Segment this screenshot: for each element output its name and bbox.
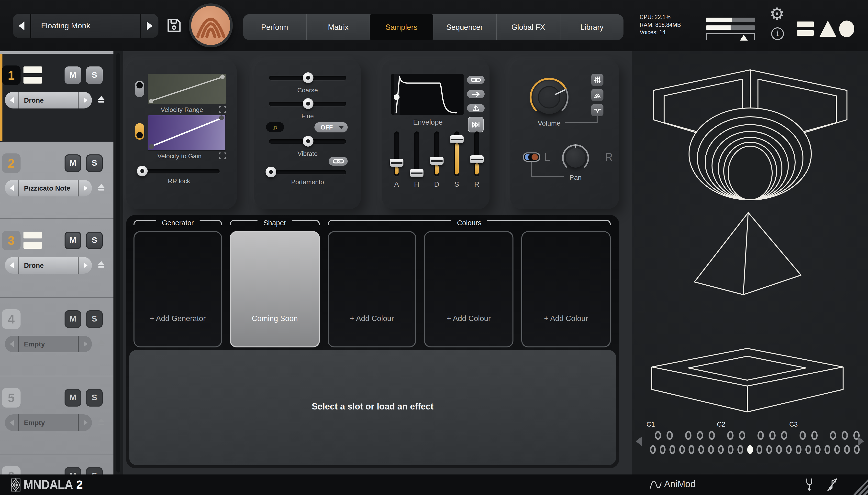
black-key-dot[interactable] bbox=[708, 431, 715, 440]
articulation-selector[interactable]: Drone bbox=[5, 257, 92, 274]
tuning-fork-icon[interactable] bbox=[804, 478, 815, 492]
mute-button[interactable]: M bbox=[65, 467, 81, 475]
articulation-prev[interactable] bbox=[5, 414, 19, 431]
scale-dropdown[interactable]: OFF bbox=[314, 122, 348, 133]
white-key-dot[interactable] bbox=[825, 445, 831, 454]
white-key-dot[interactable] bbox=[834, 445, 840, 454]
black-key-dot[interactable] bbox=[841, 431, 848, 440]
tab-perform[interactable]: Perform bbox=[243, 14, 306, 40]
white-key-dot[interactable] bbox=[737, 445, 743, 454]
tab-library[interactable]: Library bbox=[560, 14, 623, 40]
white-key-dot[interactable] bbox=[844, 445, 850, 454]
white-key-dot[interactable] bbox=[854, 445, 860, 454]
preset-name[interactable]: Floating Monk bbox=[30, 14, 141, 38]
rr-lock-slider[interactable] bbox=[138, 169, 220, 173]
mute-note-icon[interactable] bbox=[827, 478, 838, 492]
tab-matrix[interactable]: Matrix bbox=[306, 14, 370, 40]
expand-icon[interactable] bbox=[219, 152, 226, 159]
slider-handle[interactable] bbox=[390, 159, 403, 167]
slider-handle[interactable] bbox=[430, 157, 444, 165]
black-key-dot[interactable] bbox=[739, 431, 745, 440]
white-key-dot[interactable] bbox=[699, 445, 704, 454]
filter-notch-button[interactable] bbox=[591, 104, 603, 116]
envelope-skip-button[interactable] bbox=[468, 117, 484, 133]
eject-button[interactable] bbox=[97, 417, 106, 426]
articulation-prev[interactable] bbox=[5, 257, 19, 274]
white-key-dot[interactable] bbox=[786, 445, 792, 454]
black-key-dot[interactable] bbox=[781, 431, 787, 440]
articulation-prev[interactable] bbox=[5, 180, 19, 197]
eject-button[interactable] bbox=[97, 339, 106, 347]
white-key-dot[interactable] bbox=[689, 445, 695, 454]
sampler-slot-1[interactable]: 1 M S Drone bbox=[0, 54, 114, 142]
articulation-next[interactable] bbox=[78, 336, 92, 352]
solo-button[interactable]: S bbox=[86, 467, 103, 475]
articulation-next[interactable] bbox=[78, 92, 92, 108]
settings-button[interactable]: ⚙ bbox=[768, 4, 786, 23]
pan-knob[interactable] bbox=[566, 148, 585, 168]
fine-knob[interactable] bbox=[303, 98, 314, 109]
mandala-send-button[interactable] bbox=[591, 89, 603, 101]
solo-button[interactable]: S bbox=[86, 154, 103, 172]
mute-button[interactable]: M bbox=[65, 389, 81, 407]
solo-button[interactable]: S bbox=[86, 232, 103, 249]
rr-lock-knob[interactable] bbox=[137, 166, 148, 176]
keyboard-scroll-right[interactable] bbox=[858, 437, 864, 446]
velocity-range-graph[interactable] bbox=[148, 74, 226, 104]
black-key-dot[interactable] bbox=[666, 431, 673, 440]
white-key-dot[interactable] bbox=[766, 445, 772, 454]
mute-button[interactable]: M bbox=[65, 310, 81, 328]
sampler-slot-6[interactable]: 6 M S bbox=[0, 455, 114, 475]
portamento-slider[interactable] bbox=[269, 170, 346, 174]
white-key-dot[interactable] bbox=[815, 445, 821, 454]
mute-button[interactable]: M bbox=[65, 154, 81, 172]
keyboard-scroll-left[interactable] bbox=[636, 437, 642, 446]
tab-sequencer[interactable]: Sequencer bbox=[433, 14, 496, 40]
mute-button[interactable]: M bbox=[65, 232, 81, 249]
envelope-export-button[interactable] bbox=[467, 104, 485, 113]
vibrato-link-button[interactable] bbox=[329, 157, 348, 166]
slider-handle[interactable] bbox=[410, 169, 423, 177]
white-key-dot[interactable] bbox=[708, 445, 714, 454]
tab-samplers[interactable]: Samplers bbox=[370, 14, 433, 40]
solo-button[interactable]: S bbox=[86, 389, 103, 407]
black-key-dot[interactable] bbox=[799, 431, 806, 440]
black-key-dot[interactable] bbox=[727, 431, 733, 440]
sampler-slot-5[interactable]: 5 M S Empty bbox=[0, 376, 114, 455]
articulation-next[interactable] bbox=[78, 414, 92, 431]
expand-icon[interactable] bbox=[219, 106, 226, 113]
generator-slot[interactable]: + Add Generator bbox=[134, 231, 222, 347]
info-button[interactable]: i bbox=[771, 27, 784, 40]
solo-button[interactable]: S bbox=[86, 310, 103, 328]
preset-prev-button[interactable] bbox=[13, 14, 30, 38]
slider-handle[interactable] bbox=[450, 135, 464, 143]
white-key-dot[interactable] bbox=[757, 445, 763, 454]
preset-next-button[interactable] bbox=[141, 14, 158, 38]
envelope-graph[interactable] bbox=[391, 74, 464, 115]
white-key-dot[interactable] bbox=[796, 445, 801, 454]
white-key-dot[interactable] bbox=[805, 445, 811, 454]
vibrato-knob[interactable] bbox=[303, 136, 314, 147]
black-key-dot[interactable] bbox=[811, 431, 817, 440]
envelope-link-button[interactable] bbox=[467, 76, 485, 84]
white-key-dot[interactable] bbox=[650, 445, 656, 454]
colour-slot-1[interactable]: + Add Colour bbox=[328, 231, 416, 347]
black-key-dot[interactable] bbox=[697, 431, 703, 440]
white-key-dot[interactable] bbox=[776, 445, 782, 454]
black-key-dot[interactable] bbox=[685, 431, 691, 440]
articulation-prev[interactable] bbox=[5, 336, 19, 352]
sampler-slot-2[interactable]: 2 M S Pizzicato Note bbox=[0, 142, 114, 219]
master-slider-thumb[interactable] bbox=[740, 35, 748, 40]
tab-global-fx[interactable]: Global FX bbox=[496, 14, 560, 40]
solo-button[interactable]: S bbox=[86, 66, 103, 84]
sampler-slot-4[interactable]: 4 M S Empty bbox=[0, 297, 114, 376]
articulation-prev[interactable] bbox=[5, 92, 19, 108]
mixer-routing-button[interactable] bbox=[591, 74, 603, 86]
articulation-selector[interactable]: Pizzicato Note bbox=[5, 180, 92, 197]
articulation-next[interactable] bbox=[78, 257, 92, 274]
snap-to-note-button[interactable]: ♫ bbox=[266, 122, 284, 132]
mute-button[interactable]: M bbox=[65, 66, 81, 84]
sidebar-scrollbar[interactable] bbox=[114, 51, 123, 475]
black-key-dot[interactable] bbox=[830, 431, 836, 440]
sampler-slot-3[interactable]: 3 M S Drone bbox=[0, 219, 114, 297]
